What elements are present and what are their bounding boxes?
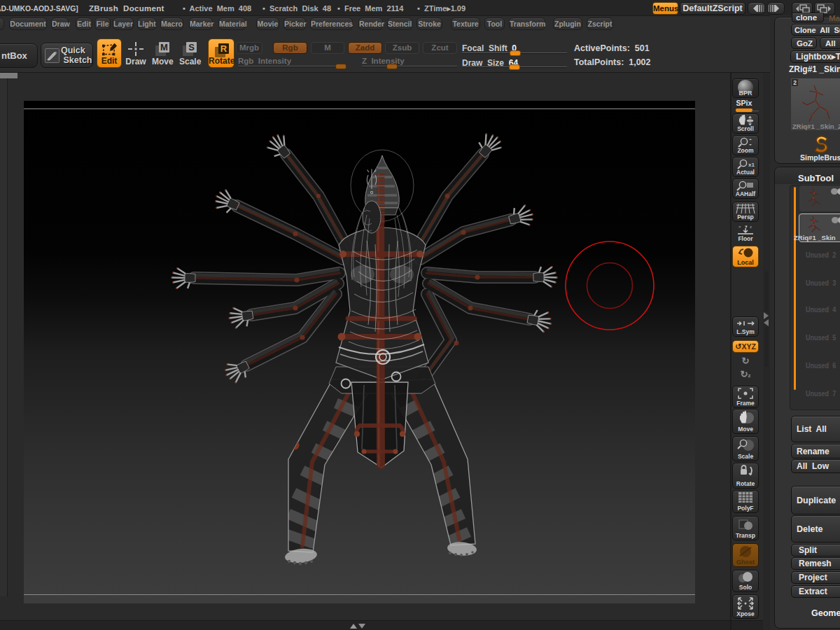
svg-text:R: R xyxy=(220,43,227,54)
svg-text:▼: ▼ xyxy=(744,225,748,229)
svg-text:×: × xyxy=(738,225,741,229)
svg-text:M: M xyxy=(160,42,168,52)
svg-text:S: S xyxy=(188,42,195,52)
svg-text:z: z xyxy=(750,225,752,229)
svg-text:x1: x1 xyxy=(748,162,755,168)
